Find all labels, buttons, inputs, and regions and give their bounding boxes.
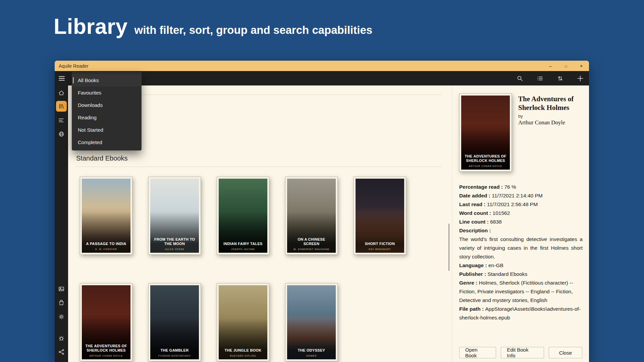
home-icon	[58, 89, 65, 96]
close-details-button[interactable]: Close	[549, 347, 582, 358]
search-button[interactable]	[516, 74, 524, 82]
meta-label: Line count :	[459, 219, 490, 225]
book-title: THE GAMBLER	[150, 348, 199, 353]
meta-label: Percentage read :	[459, 184, 504, 190]
cover-shade	[150, 318, 199, 359]
meta-value: 76 %	[504, 184, 516, 190]
cover-shade	[82, 318, 130, 359]
book-author: W. SOMERSET MAUGHAM	[287, 248, 336, 250]
details-meta: Percentage read : 76 %Date added : 11/7/…	[459, 183, 583, 322]
sidebar-item-settings[interactable]	[57, 313, 65, 321]
book-cover[interactable]: INDIAN FAIRY TALESJOSEPH JACOBS	[217, 177, 269, 255]
meta-paragraph: The world’s first consulting detective i…	[459, 235, 583, 261]
details-book-author: Arthur Conan Doyle	[518, 119, 581, 126]
cover-shade	[219, 212, 267, 253]
sidebar-item-store[interactable]	[57, 299, 65, 307]
book-cover[interactable]: THE ADVENTURES OF SHERLOCK HOLMESARTHUR …	[80, 283, 132, 361]
book-author: ARTHUR CONAN DOYLE	[82, 355, 130, 357]
details-actions: Open Book Edit Book Info Close	[459, 347, 582, 358]
sort-button[interactable]	[556, 74, 564, 82]
scrollbar-thumb[interactable]	[448, 224, 449, 271]
maximize-icon: □	[565, 64, 567, 68]
meta-row: Word count : 101562	[459, 209, 583, 218]
sidebar-item-pictures[interactable]	[57, 285, 65, 293]
hamburger-menu-button[interactable]	[58, 75, 65, 82]
books-grid: A PASSAGE TO INDIAE. M. FORSTERFROM THE …	[80, 177, 429, 361]
window-controls: – □ ×	[543, 61, 589, 71]
sidebar-item-web[interactable]	[57, 130, 65, 138]
collections-icon	[58, 117, 65, 124]
navigation-sidebar	[55, 85, 68, 362]
meta-row: Date added : 11/7/2021 2:14:40 PM	[459, 191, 583, 200]
sidebar-item-home[interactable]	[57, 89, 65, 97]
book-cover[interactable]: THE ODYSSEYHOMER	[285, 283, 338, 361]
book-cover[interactable]: THE JUNGLE BOOKRUDYARD KIPLING	[217, 283, 269, 361]
book-cover-art: A PASSAGE TO INDIAE. M. FORSTER	[82, 179, 130, 253]
menu-item-label: Downloads	[78, 102, 103, 108]
menu-item-favourites[interactable]: Favourites	[72, 86, 141, 99]
minimize-button[interactable]: –	[543, 61, 558, 71]
book-title: THE ADVENTURES OF SHERLOCK HOLMES	[461, 154, 510, 164]
book-title: INDIAN FAIRY TALES	[219, 242, 267, 246]
book-cover-art: THE JUNGLE BOOKRUDYARD KIPLING	[219, 285, 267, 359]
sidebar-item-library[interactable]	[56, 101, 67, 112]
open-book-button[interactable]: Open Book	[459, 347, 496, 358]
meta-row: Language : en-GB	[459, 261, 583, 270]
book-cover-art: THE ODYSSEYHOMER	[287, 285, 336, 359]
menu-item-downloads[interactable]: Downloads	[72, 99, 141, 111]
book-author: RAY BRADBURY	[356, 248, 404, 250]
edit-book-info-button[interactable]: Edit Book Info	[501, 347, 544, 358]
book-author: ARTHUR CONAN DOYLE	[461, 165, 510, 167]
book-cover[interactable]: FROM THE EARTH TO THE MOONJULES VERNE	[148, 177, 201, 255]
sidebar-item-debug[interactable]	[57, 334, 65, 342]
window-titlebar[interactable]: Aquile Reader – □ ×	[55, 61, 589, 71]
meta-value: 11/7/2021 2:56:48 PM	[487, 201, 538, 207]
add-book-button[interactable]	[576, 74, 584, 82]
sidebar-item-collections[interactable]	[57, 116, 65, 124]
picture-icon	[58, 286, 65, 292]
page-subtitle: with filter, sort, group and search capa…	[134, 24, 372, 37]
library-icon	[58, 103, 65, 110]
book-cover-art: INDIAN FAIRY TALESJOSEPH JACOBS	[219, 179, 267, 253]
meta-row: Line count : 6838	[459, 218, 583, 226]
close-icon: ×	[580, 63, 583, 69]
maximize-button[interactable]: □	[558, 61, 574, 71]
window-title: Aquile Reader	[55, 63, 89, 69]
meta-row: File path : AppStorage\Assets\Books\adve…	[459, 305, 583, 322]
book-title: FROM THE EARTH TO THE MOON	[150, 237, 199, 247]
details-book-title: The Adventures of Sherlock Holmes	[518, 95, 581, 112]
meta-label: Word count :	[459, 210, 493, 216]
book-cover[interactable]: A PASSAGE TO INDIAE. M. FORSTER	[80, 177, 132, 255]
details-book-cover: THE ADVENTURES OF SHERLOCK HOLMESARTHUR …	[459, 94, 512, 172]
book-title: THE JUNGLE BOOK	[219, 348, 267, 353]
book-title: SHORT FICTION	[356, 242, 404, 246]
menu-item-not-started[interactable]: Not Started	[72, 124, 141, 136]
sidebar-item-share[interactable]	[57, 348, 65, 356]
meta-row: Publisher : Standard Ebooks	[459, 270, 583, 279]
menu-item-all-books[interactable]: All Books	[72, 74, 141, 86]
details-cover-slot: THE ADVENTURES OF SHERLOCK HOLMESARTHUR …	[459, 94, 512, 172]
book-cover-art: THE GAMBLERFYODOR DOSTOEVSKY	[150, 285, 199, 359]
book-cover[interactable]: SHORT FICTIONRAY BRADBURY	[354, 177, 406, 255]
gear-icon	[58, 313, 65, 320]
search-icon	[517, 75, 523, 82]
menu-item-completed[interactable]: Completed	[72, 136, 141, 148]
book-title: ON A CHINESE SCREEN	[287, 237, 336, 247]
menu-item-reading[interactable]: Reading	[72, 111, 141, 124]
app-window: Aquile Reader – □ ×	[55, 61, 589, 362]
meta-row: Description :	[459, 226, 583, 235]
book-cover[interactable]: ON A CHINESE SCREENW. SOMERSET MAUGHAM	[285, 177, 338, 255]
meta-label: Genre :	[459, 280, 479, 286]
close-button[interactable]: ×	[574, 61, 589, 71]
meta-label: Language :	[459, 262, 488, 268]
page-title: Library	[54, 14, 127, 39]
book-cover-art: FROM THE EARTH TO THE MOONJULES VERNE	[150, 179, 199, 253]
book-cover[interactable]: THE GAMBLERFYODOR DOSTOEVSKY	[148, 283, 201, 361]
reading-list-button[interactable]	[536, 74, 544, 82]
toolbar-actions	[516, 71, 584, 85]
bag-icon	[58, 299, 65, 306]
group-title: Standard Ebooks	[76, 155, 127, 162]
menu-item-label: Reading	[78, 115, 97, 120]
library-filter-menu: All BooksFavouritesDownloadsReadingNot S…	[72, 72, 142, 150]
divider	[76, 167, 442, 167]
